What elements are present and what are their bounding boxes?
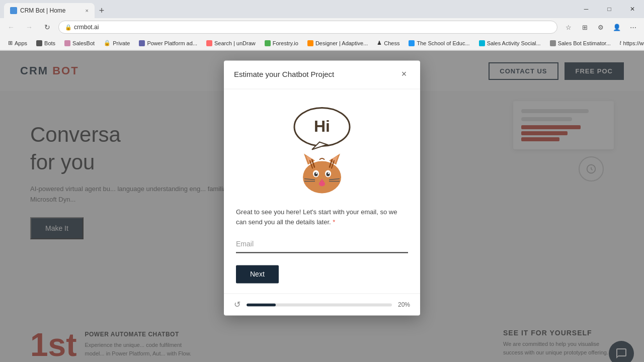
back-button[interactable]: ← bbox=[4, 20, 18, 34]
browser-chrome: CRM Bot | Home × + ─ □ ✕ ← → ↻ 🔒 crmbot.… bbox=[0, 0, 644, 51]
salesbot-icon bbox=[64, 40, 70, 46]
url-text: crmbot.ai bbox=[74, 24, 99, 31]
settings-button[interactable]: ⋯ bbox=[626, 20, 640, 34]
minimize-button[interactable]: ─ bbox=[575, 0, 598, 18]
refresh-icon[interactable]: ↺ bbox=[234, 300, 240, 310]
progress-bar-container bbox=[247, 303, 392, 306]
apps-icon: ⊞ bbox=[8, 40, 13, 46]
svg-point-3 bbox=[303, 161, 341, 193]
bookmark-salesbot[interactable]: SalesBot bbox=[60, 39, 99, 47]
private-icon: 🔒 bbox=[104, 40, 111, 46]
browser-actions: ☆ ⊞ ⚙ 👤 ⋯ bbox=[561, 20, 640, 34]
svg-text:Hi: Hi bbox=[314, 117, 330, 135]
bookmark-school[interactable]: The School of Educ... bbox=[405, 39, 473, 47]
url-bar[interactable]: 🔒 crmbot.ai bbox=[58, 21, 557, 34]
next-button[interactable]: Next bbox=[236, 265, 279, 284]
bookmark-tracker[interactable]: t https://www.tracker... bbox=[616, 39, 644, 47]
bookmark-sales-activity[interactable]: Sales Activity Social... bbox=[475, 39, 545, 47]
svg-point-17 bbox=[328, 172, 330, 173]
forward-button[interactable]: → bbox=[22, 20, 36, 34]
star-button[interactable]: ☆ bbox=[561, 20, 576, 34]
email-input[interactable] bbox=[236, 236, 408, 253]
new-tab-button[interactable]: + bbox=[95, 4, 109, 18]
bookmark-sales-bot[interactable]: Sales Bot Estimator... bbox=[546, 39, 615, 47]
secure-icon: 🔒 bbox=[65, 24, 72, 31]
svg-point-16 bbox=[316, 172, 317, 173]
school-icon bbox=[409, 40, 415, 46]
modal-overlay: Estimate your Chatbot Project × Hi bbox=[0, 51, 644, 362]
cat-svg: Hi bbox=[282, 99, 362, 197]
main-content: CRM BOT CONTACT US FREE POC Conversa for… bbox=[0, 51, 644, 362]
designer-icon bbox=[307, 40, 313, 46]
modal-header: Estimate your Chatbot Project × bbox=[224, 60, 420, 89]
profile-button[interactable]: 👤 bbox=[610, 20, 624, 34]
modal-body: Hi bbox=[224, 89, 420, 294]
refresh-button[interactable]: ↻ bbox=[40, 20, 54, 34]
sales-bot-icon bbox=[550, 40, 556, 46]
bookmark-power-platform[interactable]: Power Platform ad... bbox=[135, 39, 201, 47]
address-bar: ← → ↻ 🔒 crmbot.ai ☆ ⊞ ⚙ 👤 ⋯ bbox=[0, 18, 644, 36]
modal-title: Estimate your Chatbot Project bbox=[234, 70, 334, 78]
bookmark-apps[interactable]: ⊞ Apps bbox=[4, 39, 31, 47]
bookmark-undraw[interactable]: Search | unDraw bbox=[202, 39, 260, 47]
extensions-button[interactable]: ⚙ bbox=[594, 20, 608, 34]
tab-title: CRM Bot | Home bbox=[20, 7, 65, 14]
tab-favicon bbox=[10, 7, 17, 14]
tab-bar: CRM Bot | Home × + ─ □ ✕ bbox=[0, 0, 644, 18]
tab-close-button[interactable]: × bbox=[86, 8, 89, 14]
bots-icon bbox=[36, 40, 42, 46]
modal-description: Great to see you here! Let's start with … bbox=[236, 207, 408, 228]
bookmark-forestry[interactable]: Forestry.io bbox=[261, 39, 302, 47]
split-view-button[interactable]: ⊞ bbox=[578, 20, 592, 34]
bookmark-chess[interactable]: ♟ Chess bbox=[373, 39, 404, 47]
bookmark-private[interactable]: 🔒 Private bbox=[100, 39, 134, 47]
bookmark-designer[interactable]: Designer | Adaptive... bbox=[303, 39, 372, 47]
modal-close-button[interactable]: × bbox=[398, 68, 410, 80]
cat-illustration: Hi bbox=[236, 99, 408, 197]
power-platform-icon bbox=[139, 40, 145, 46]
chess-icon: ♟ bbox=[377, 40, 382, 46]
modal-footer: ↺ 20% bbox=[224, 294, 420, 316]
progress-label: 20% bbox=[398, 301, 410, 308]
sales-activity-icon bbox=[479, 40, 485, 46]
progress-bar-fill bbox=[247, 303, 276, 306]
window-controls: ─ □ ✕ bbox=[575, 0, 644, 18]
forestry-icon bbox=[265, 40, 271, 46]
estimate-modal: Estimate your Chatbot Project × Hi bbox=[224, 60, 420, 316]
required-star: * bbox=[333, 219, 335, 226]
maximize-button[interactable]: □ bbox=[598, 0, 621, 18]
bookmark-bots[interactable]: Bots bbox=[32, 39, 59, 47]
active-tab[interactable]: CRM Bot | Home × bbox=[4, 3, 95, 18]
tracker-icon: t bbox=[620, 40, 621, 46]
close-button[interactable]: ✕ bbox=[621, 0, 644, 18]
svg-point-19 bbox=[319, 181, 325, 186]
undraw-icon bbox=[206, 40, 212, 46]
bookmarks-bar: ⊞ Apps Bots SalesBot 🔒 Private Power Pla… bbox=[0, 36, 644, 50]
